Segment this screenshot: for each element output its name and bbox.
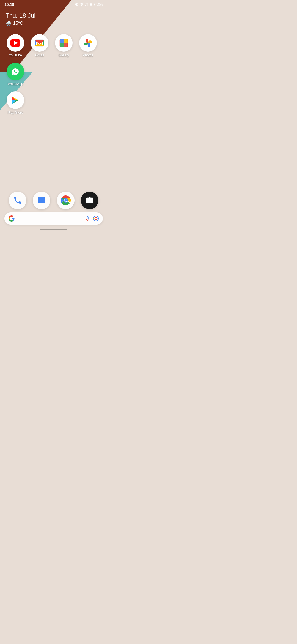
phone-icon	[13, 196, 22, 205]
weather-widget: 🌧️ 15°C	[6, 20, 102, 26]
gmail-app[interactable]: Gmail	[30, 34, 50, 57]
photos-label: Photos	[83, 53, 93, 57]
status-bar: 15:19 50%	[0, 0, 107, 8]
svg-rect-0	[85, 5, 86, 6]
youtube-label: YouTube	[9, 53, 22, 57]
svg-rect-3	[87, 3, 88, 6]
camera-dock-item[interactable]	[81, 192, 98, 209]
photos-icon-circle[interactable]	[79, 34, 97, 52]
search-bar[interactable]	[4, 212, 103, 225]
status-time: 15:19	[4, 2, 14, 7]
gallery-app[interactable]: Gallery	[54, 34, 74, 57]
google-g-icon	[8, 215, 15, 222]
svg-rect-11	[60, 39, 64, 43]
playstore-app[interactable]: Play Store	[6, 91, 25, 114]
phone-dock-item[interactable]	[9, 192, 26, 209]
app-row-2: WhatsApp	[6, 63, 102, 86]
whatsapp-app[interactable]: WhatsApp	[6, 63, 25, 86]
svg-point-23	[95, 217, 97, 219]
gmail-icon-circle[interactable]	[31, 34, 48, 52]
app-grid: YouTube	[0, 29, 107, 188]
chrome-icon-circle[interactable]	[57, 192, 75, 209]
youtube-icon	[10, 39, 20, 47]
svg-rect-6	[90, 3, 92, 6]
youtube-app[interactable]: YouTube	[6, 34, 25, 57]
battery-text: 50%	[96, 2, 103, 6]
home-indicator	[0, 227, 107, 232]
date-text: Thu, 18 Jul	[6, 12, 102, 19]
gallery-label: Gallery	[59, 53, 69, 57]
messages-icon-circle[interactable]	[33, 192, 50, 209]
messages-dock-item[interactable]	[33, 192, 50, 209]
gallery-icon	[59, 38, 69, 48]
battery-icon	[90, 2, 95, 6]
playstore-label: Play Store	[8, 111, 23, 114]
whatsapp-label: WhatsApp	[8, 82, 23, 86]
home-bar	[40, 229, 67, 230]
app-row-3: Play Store	[6, 91, 102, 114]
temperature: 15°C	[13, 21, 23, 26]
chrome-dock-item[interactable]	[57, 192, 75, 209]
search-bar-container	[0, 211, 107, 227]
signal-icon	[85, 2, 89, 6]
youtube-icon-circle[interactable]	[7, 34, 24, 52]
mute-icon	[75, 2, 79, 6]
search-input[interactable]	[17, 216, 82, 221]
svg-rect-5	[94, 4, 95, 5]
gmail-label: Gmail	[35, 53, 44, 57]
chrome-icon	[61, 195, 71, 205]
weather-icon: 🌧️	[6, 20, 12, 26]
svg-rect-14	[64, 43, 68, 47]
whatsapp-icon	[10, 66, 21, 77]
dock	[0, 188, 107, 211]
svg-rect-13	[64, 39, 68, 43]
photos-app[interactable]: Photos	[78, 34, 98, 57]
phone-icon-circle[interactable]	[9, 192, 26, 209]
playstore-icon	[10, 95, 20, 105]
date-widget: Thu, 18 Jul 🌧️ 15°C	[0, 8, 107, 29]
gmail-icon	[35, 39, 45, 47]
microphone-icon[interactable]	[85, 215, 91, 222]
gallery-icon-circle[interactable]	[55, 34, 73, 52]
camera-icon	[85, 197, 94, 204]
google-lens-icon[interactable]	[93, 215, 99, 222]
photos-icon	[83, 38, 93, 48]
status-icons: 50%	[75, 2, 103, 6]
playstore-icon-circle[interactable]	[7, 91, 24, 109]
messages-icon	[37, 196, 46, 205]
whatsapp-icon-circle[interactable]	[7, 63, 24, 80]
svg-rect-1	[86, 4, 86, 6]
app-row-1: YouTube	[6, 34, 102, 57]
svg-rect-2	[87, 4, 87, 6]
wifi-icon	[80, 2, 84, 6]
svg-point-21	[64, 199, 67, 202]
camera-icon-circle[interactable]	[81, 192, 98, 209]
svg-rect-12	[60, 43, 64, 47]
